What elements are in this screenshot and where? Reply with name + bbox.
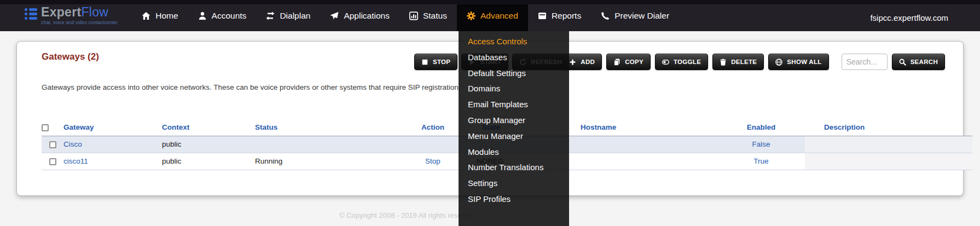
- nav-item-label: Home: [155, 11, 178, 21]
- copy-button[interactable]: COPY: [606, 54, 651, 70]
- status-cell: [255, 136, 389, 153]
- toolbar-right: ADD COPY TOGGLE DELETE SHOW ALL SEARCH: [562, 54, 945, 70]
- description-cell: [805, 153, 972, 170]
- column-header-hostname[interactable]: Hostname: [581, 119, 717, 136]
- phone-icon: [601, 11, 610, 20]
- page-description: Gateways provide access into other voice…: [42, 83, 461, 91]
- home-icon: [142, 11, 150, 20]
- user-icon: [198, 11, 207, 20]
- show-all-button[interactable]: SHOW ALL: [768, 54, 828, 70]
- column-header-context[interactable]: Context: [162, 119, 255, 136]
- copy-icon: [613, 59, 621, 66]
- description-cell: [805, 136, 972, 153]
- brand-tagline: chat, voice and video contactcenter: [41, 20, 118, 25]
- nav-item-label: Applications: [344, 11, 390, 21]
- top-navbar: ExpertFlow chat, voice and video contact…: [0, 0, 980, 31]
- brand-name: ExpertFlow: [41, 5, 108, 19]
- search-button[interactable]: SEARCH: [892, 54, 945, 70]
- menu-item-menu-manager[interactable]: Menu Manager: [459, 129, 569, 144]
- column-header-gateway[interactable]: Gateway: [63, 119, 162, 136]
- menu-item-sip-profiles[interactable]: SIP Profiles: [459, 192, 569, 207]
- plus-icon: [569, 59, 576, 66]
- navbar-top-strip: [0, 0, 980, 4]
- stop-icon: [421, 59, 428, 66]
- menu-item-email-templates[interactable]: Email Templates: [459, 97, 569, 113]
- nav-item-reports[interactable]: Reports: [528, 0, 591, 31]
- bar-chart-icon: [409, 11, 418, 20]
- nav-item-status[interactable]: Status: [399, 0, 457, 31]
- nav-item-accounts[interactable]: Accounts: [188, 0, 257, 31]
- nav-item-preview-dialer[interactable]: Preview Dialer: [591, 0, 679, 31]
- window-icon: [538, 11, 547, 20]
- nav-item-label: Accounts: [212, 11, 247, 21]
- context-cell: public: [162, 136, 255, 153]
- select-all-checkbox[interactable]: [42, 124, 49, 131]
- menu-item-default-settings[interactable]: Default Settings: [459, 66, 569, 82]
- nav-menu: Home Accounts Dialplan Applications Stat…: [132, 0, 679, 31]
- advanced-dropdown-menu: Access Controls Databases Default Settin…: [459, 31, 569, 226]
- menu-item-access-controls[interactable]: Access Controls: [459, 34, 569, 50]
- gateway-link[interactable]: cisco11: [63, 157, 88, 165]
- nav-item-label: Advanced: [480, 11, 518, 21]
- hostname-cell: [581, 153, 717, 170]
- toggle-icon: [662, 59, 669, 66]
- action-stop-link[interactable]: Stop: [425, 157, 440, 165]
- search-input[interactable]: [842, 54, 888, 70]
- paper-plane-icon: [330, 11, 339, 20]
- nav-item-advanced[interactable]: Advanced: [457, 0, 528, 31]
- search-icon: [899, 59, 906, 66]
- row-checkbox[interactable]: [49, 158, 56, 165]
- delete-button[interactable]: DELETE: [712, 54, 764, 70]
- column-header-enabled[interactable]: Enabled: [717, 119, 805, 136]
- nav-item-label: Reports: [552, 11, 581, 21]
- menu-item-number-translations[interactable]: Number Translations: [459, 160, 569, 176]
- page-title: Gateways (2): [42, 51, 99, 62]
- enabled-link[interactable]: True: [753, 157, 768, 165]
- menu-item-domains[interactable]: Domains: [459, 81, 569, 97]
- row-checkbox[interactable]: [49, 141, 56, 148]
- menu-item-modules[interactable]: Modules: [459, 144, 569, 160]
- copyright-footer: © Copyright 2008 - 2019 All rights reser…: [339, 211, 475, 219]
- nav-item-dialplan[interactable]: Dialplan: [256, 0, 320, 31]
- nav-item-label: Preview Dialer: [614, 11, 669, 21]
- brand-list-icon: [25, 8, 37, 20]
- brand-logo[interactable]: ExpertFlow chat, voice and video contact…: [25, 6, 118, 25]
- context-cell: public: [162, 153, 255, 170]
- column-header-description[interactable]: Description: [805, 119, 972, 136]
- enabled-link[interactable]: False: [752, 140, 770, 148]
- globe-icon: [775, 59, 782, 66]
- gear-icon: [467, 11, 475, 20]
- nav-item-home[interactable]: Home: [132, 0, 188, 31]
- toggle-button[interactable]: TOGGLE: [655, 54, 708, 70]
- menu-item-settings[interactable]: Settings: [459, 176, 569, 192]
- nav-item-label: Dialplan: [280, 11, 310, 21]
- status-cell: Running: [255, 153, 389, 170]
- trash-icon: [720, 59, 727, 66]
- stop-button[interactable]: STOP: [414, 54, 457, 70]
- menu-item-group-manager[interactable]: Group Manager: [459, 113, 569, 129]
- column-header-status[interactable]: Status: [255, 119, 389, 136]
- domain-label: fsipcc.expertflow.com: [870, 4, 948, 31]
- nav-item-label: Status: [423, 11, 447, 21]
- hostname-cell: [581, 136, 717, 153]
- transfer-icon: [266, 11, 275, 20]
- menu-item-databases[interactable]: Databases: [459, 50, 569, 66]
- nav-item-applications[interactable]: Applications: [320, 0, 399, 31]
- gateway-link[interactable]: Cisco: [63, 140, 82, 148]
